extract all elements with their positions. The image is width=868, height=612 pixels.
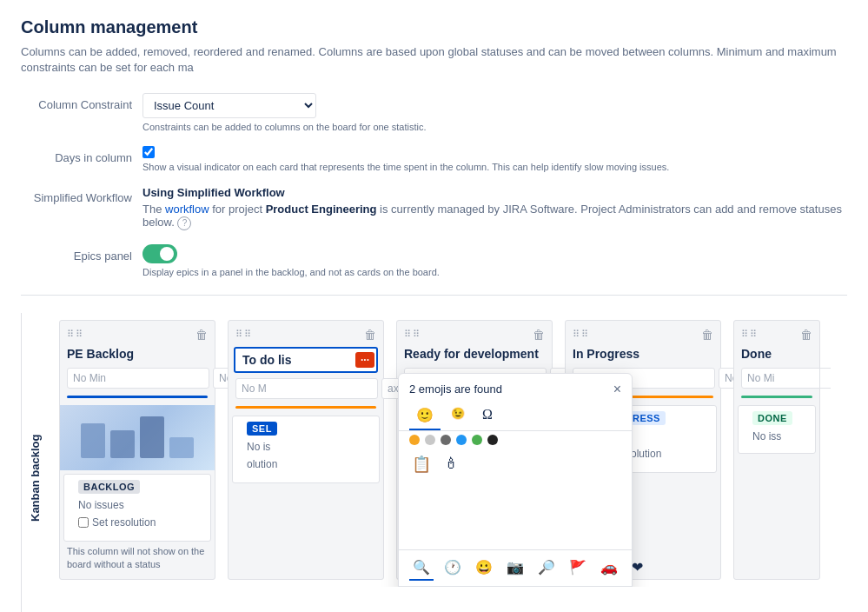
emoji-picker-header: 2 emojis are found × bbox=[399, 374, 632, 402]
emoji-cat-smileys[interactable]: 😀 bbox=[472, 555, 496, 581]
set-resolution-to-do: olution bbox=[240, 458, 372, 477]
simplified-workflow-title: Using Simplified Workflow bbox=[142, 186, 847, 199]
simplified-workflow-label: Simplified Workflow bbox=[21, 186, 142, 204]
days-in-column-label: Days in column bbox=[21, 146, 142, 164]
column-constraint-section: Column Constraint Issue Count Issue Esti… bbox=[21, 93, 847, 132]
page-description: Columns can be added, removed, reordered… bbox=[21, 44, 847, 76]
column-header-to-do: ⠿⠿ 🗑 bbox=[229, 321, 383, 347]
drag-handle-ready[interactable]: ⠿⠿ bbox=[404, 329, 421, 340]
column-warning-pe-backlog: This column will not show on the board w… bbox=[60, 545, 215, 579]
emoji-dot-darkgray[interactable] bbox=[441, 435, 451, 445]
no-issues-to-do: No is bbox=[240, 441, 372, 458]
emoji-cat-flags[interactable]: 🚩 bbox=[566, 555, 590, 581]
emoji-cat-search2[interactable]: 🔎 bbox=[534, 555, 559, 581]
columns-container: ⠿⠿ 🗑 PE Backlog bbox=[49, 313, 831, 587]
epics-panel-section: Epics panel Display epics in a panel in … bbox=[21, 244, 847, 277]
column-image-pe-backlog bbox=[60, 405, 215, 470]
column-minmax-done bbox=[734, 368, 819, 396]
delete-ready[interactable]: 🗑 bbox=[533, 328, 545, 342]
kanban-card-to-do: SEL No is olution bbox=[232, 416, 380, 483]
status-badge-to-do: SEL bbox=[247, 422, 277, 436]
epics-panel-label: Epics panel bbox=[21, 244, 142, 263]
drag-handle-pe-backlog[interactable]: ⠿⠿ bbox=[67, 329, 84, 340]
column-title-in-progress: In Progress bbox=[566, 347, 720, 368]
column-header-done: ⠿⠿ 🗑 bbox=[734, 321, 819, 347]
days-in-column-control: Show a visual indicator on each card tha… bbox=[142, 146, 847, 172]
set-resolution-checkbox-pe-backlog[interactable] bbox=[78, 517, 89, 528]
days-in-column-hint: Show a visual indicator on each card tha… bbox=[142, 162, 847, 172]
emoji-dot-row bbox=[399, 431, 632, 449]
column-header-ready: ⠿⠿ 🗑 bbox=[397, 321, 552, 347]
delete-done[interactable]: 🗑 bbox=[800, 328, 812, 342]
column-constraint-select[interactable]: Issue Count Issue Estimate bbox=[142, 93, 316, 118]
emoji-cat-search[interactable]: 🔍 bbox=[409, 555, 434, 581]
delete-pe-backlog[interactable]: 🗑 bbox=[195, 328, 208, 342]
emoji-items-row: 📋 🕯 bbox=[399, 449, 632, 480]
column-header-in-progress: ⠿⠿ 🗑 bbox=[566, 321, 720, 347]
delete-in-progress[interactable]: 🗑 bbox=[701, 328, 713, 342]
epics-panel-toggle[interactable] bbox=[142, 244, 177, 263]
min-input-done[interactable] bbox=[741, 368, 820, 389]
days-in-column-section: Days in column Show a visual indicator o… bbox=[21, 146, 847, 172]
page-title: Column management bbox=[21, 17, 847, 37]
status-badge-pe-backlog: BACKLOG bbox=[78, 480, 140, 494]
divider bbox=[21, 295, 847, 296]
min-input-to-do[interactable] bbox=[235, 378, 378, 399]
emoji-cat-recent[interactable]: 🕐 bbox=[441, 555, 465, 581]
epics-panel-control: Display epics in a panel in the backlog,… bbox=[142, 244, 847, 277]
drag-handle-to-do[interactable]: ⠿⠿ bbox=[235, 329, 253, 340]
emoji-dot-black[interactable] bbox=[487, 435, 498, 445]
set-resolution-label-pe-backlog: Set resolution bbox=[92, 516, 156, 529]
status-bar-done bbox=[741, 396, 812, 398]
emoji-tab-text[interactable]: 😉 bbox=[444, 402, 472, 430]
emoji-cat-heart[interactable]: ❤ bbox=[628, 555, 646, 581]
emoji-dot-gray[interactable] bbox=[425, 435, 435, 445]
emoji-picker: 2 emojis are found × 🙂 😉 Ω bbox=[398, 373, 633, 587]
simplified-workflow-text: The workflow for project Product Enginee… bbox=[142, 203, 847, 230]
no-issues-pe-backlog: No issues bbox=[71, 499, 203, 516]
emoji-dot-orange[interactable] bbox=[409, 435, 420, 445]
emoji-item-clipboard[interactable]: 📋 bbox=[409, 452, 434, 476]
emoji-dot-green[interactable] bbox=[472, 435, 482, 445]
column-title-ready: Ready for development bbox=[397, 347, 552, 368]
simplified-workflow-section: Simplified Workflow Using Simplified Wor… bbox=[21, 186, 847, 230]
column-constraint-label: Column Constraint bbox=[21, 93, 142, 111]
column-constraint-control: Issue Count Issue Estimate Constraints c… bbox=[142, 93, 847, 132]
column-management-page: Column management Columns can be added, … bbox=[0, 0, 868, 612]
column-more-button-to-do[interactable]: ··· bbox=[355, 352, 374, 368]
delete-to-do[interactable]: 🗑 bbox=[364, 328, 376, 342]
emoji-picker-title: 2 emojis are found bbox=[409, 382, 502, 396]
column-title-input-wrap-to-do: ··· bbox=[234, 347, 378, 373]
epics-panel-hint: Display epics in a panel in the backlog,… bbox=[142, 267, 847, 277]
status-bar-pe-backlog bbox=[67, 396, 208, 398]
emoji-tab-omega[interactable]: Ω bbox=[475, 402, 500, 430]
emoji-tip: Tip: Press ⊞ + period (.) to use emoji i… bbox=[399, 586, 632, 587]
question-icon[interactable]: ? bbox=[177, 216, 191, 230]
emoji-tabs: 🙂 😉 Ω bbox=[399, 402, 632, 431]
emoji-tab-smiley[interactable]: 🙂 bbox=[409, 402, 441, 430]
emoji-dot-blue[interactable] bbox=[456, 435, 467, 445]
days-in-column-checkbox-row bbox=[142, 146, 847, 158]
emoji-picker-close[interactable]: × bbox=[613, 382, 621, 396]
column-title-pe-backlog: PE Backlog bbox=[60, 347, 215, 368]
emoji-cat-photos[interactable]: 📷 bbox=[503, 555, 527, 581]
kanban-card-pe-backlog: BACKLOG No issues Set resolution bbox=[63, 474, 211, 542]
workflow-link[interactable]: workflow bbox=[165, 203, 209, 216]
kanban-label: Kanban backlog bbox=[21, 313, 49, 612]
status-badge-done: DONE bbox=[752, 411, 792, 425]
column-header-pe-backlog: ⠿⠿ 🗑 bbox=[60, 321, 215, 347]
set-resolution-pe-backlog: Set resolution bbox=[71, 516, 203, 536]
emoji-category-bar: 🔍 🕐 😀 📷 🔎 🚩 🚗 ❤ bbox=[399, 549, 632, 586]
emoji-item-candle[interactable]: 🕯 bbox=[439, 452, 463, 476]
emoji-cat-travel[interactable]: 🚗 bbox=[597, 555, 621, 581]
kanban-card-done: DONE No iss bbox=[738, 405, 816, 454]
days-in-column-checkbox[interactable] bbox=[142, 146, 155, 158]
column-done: ⠿⠿ 🗑 Done DONE No iss bbox=[733, 320, 820, 580]
status-bar-to-do bbox=[235, 406, 376, 409]
drag-handle-in-progress[interactable]: ⠿⠿ bbox=[573, 329, 590, 340]
min-input-pe-backlog[interactable] bbox=[67, 368, 209, 389]
set-resolution-label-to-do: olution bbox=[247, 458, 277, 470]
column-to-do: ⠿⠿ 🗑 ··· SEL No is olution bbox=[228, 320, 384, 580]
column-title-done: Done bbox=[734, 347, 819, 368]
drag-handle-done[interactable]: ⠿⠿ bbox=[741, 329, 759, 340]
